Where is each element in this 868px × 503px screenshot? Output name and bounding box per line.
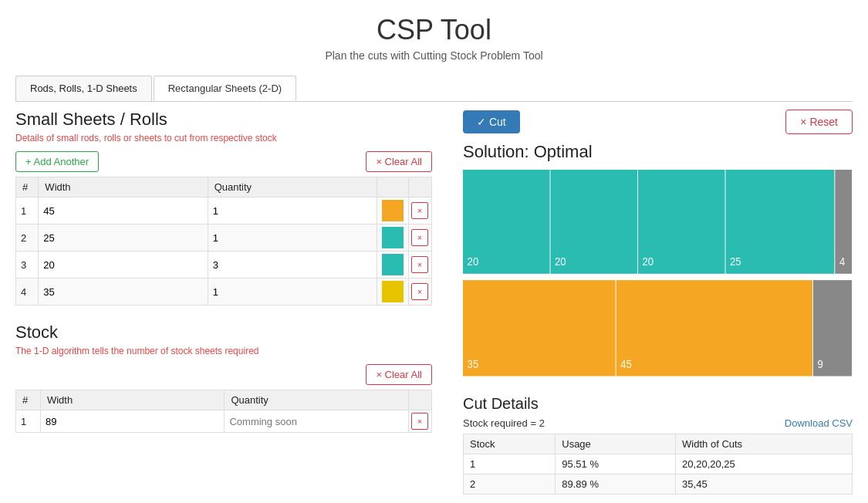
svg-rect-10 [463,280,616,376]
small-sheets-toolbar: + Add Another × Clear All [15,151,432,172]
stock-col-width: Width [40,390,225,410]
row-color [377,197,409,224]
detail-stock: 2 [464,474,556,495]
col-color [377,177,409,197]
table-row: 4 × [16,279,432,306]
download-csv-link[interactable]: Download CSV [785,417,853,429]
tab-bar: Rods, Rolls, 1-D Sheets Rectangular Shee… [15,76,853,102]
details-col-usage: Usage [556,434,676,454]
row-num: 1 [16,197,39,224]
row-width[interactable] [39,252,208,279]
clear-all-button-sheets[interactable]: × Clear All [366,151,432,172]
svg-text:4: 4 [839,255,846,268]
table-row: 3 × [16,252,432,279]
row-width[interactable] [39,197,208,224]
stock-row-width[interactable] [40,410,225,433]
detail-cuts: 35,45 [676,474,853,495]
row-num: 4 [16,279,39,306]
tab-rods[interactable]: Rods, Rolls, 1-D Sheets [15,76,152,101]
svg-text:45: 45 [620,358,632,371]
stock-row-del-cell: × [409,410,432,433]
svg-text:9: 9 [818,358,824,371]
row-color [377,279,409,306]
row-num: 2 [16,224,39,252]
delete-row-button[interactable]: × [411,256,428,273]
row-qty[interactable] [208,279,377,306]
row-color [377,252,409,279]
detail-usage: 89.89 % [556,474,676,495]
row-del-cell: × [409,279,432,306]
chart-svg: 20202025435459 [463,170,853,386]
svg-text:20: 20 [468,255,479,268]
details-col-stock: Stock [464,434,556,454]
cut-toolbar: ✓ Cut × Reset [463,110,853,134]
table-row: 1 × [16,197,432,224]
col-qty: Quantity [208,177,377,197]
row-num: 3 [16,252,39,279]
detail-cuts: 20,20,20,25 [676,454,853,474]
svg-text:20: 20 [643,255,654,268]
svg-rect-12 [616,280,812,376]
row-del-cell: × [409,224,432,252]
stock-req-label: Stock required = 2 [463,417,545,429]
svg-text:20: 20 [555,255,566,268]
col-del [409,177,432,197]
chart-container: 20202025435459 [463,170,853,386]
detail-usage: 95.51 % [556,454,676,474]
small-sheets-table: # Width Quantity 1 × 2 × 3 [15,177,432,306]
clear-all-button-stock[interactable]: × Clear All [366,364,432,385]
row-width[interactable] [39,279,208,306]
delete-row-button[interactable]: × [411,202,428,219]
col-width: Width [39,177,208,197]
main-content: Small Sheets / Rolls Details of small ro… [0,102,868,502]
stock-col-del [409,390,432,410]
svg-text:25: 25 [730,255,741,268]
list-item: 1 95.51 % 20,20,20,25 [464,454,853,474]
row-width[interactable] [39,224,208,252]
stock-toolbar: × Clear All [15,364,432,385]
page-title: CSP Tool [0,14,868,46]
stock-col-num: # [16,390,41,410]
stock-table: # Width Quantity 1 × [15,390,432,433]
row-qty[interactable] [208,197,377,224]
delete-row-button[interactable]: × [411,229,428,246]
list-item: 2 89.89 % 35,45 [464,474,853,495]
add-another-button[interactable]: + Add Another [15,151,99,172]
stock-section: Stock The 1-D algorithm tells the number… [15,322,432,433]
svg-rect-6 [725,170,834,274]
stock-title: Stock [15,322,432,343]
delete-row-button[interactable]: × [411,283,428,300]
row-color [377,224,409,252]
details-col-cuts: Width of Cuts [676,434,853,454]
row-qty[interactable] [208,224,377,252]
small-sheets-section: Small Sheets / Rolls Details of small ro… [15,110,432,306]
solution-title: Solution: Optimal [463,142,853,162]
page-header: CSP Tool Plan the cuts with Cutting Stoc… [0,0,868,68]
left-panel: Small Sheets / Rolls Details of small ro… [8,102,440,502]
col-num: # [16,177,39,197]
stock-col-qty: Quantity [225,390,409,410]
detail-stock: 1 [464,454,556,474]
table-row: 1 × [16,410,432,433]
cut-details-title: Cut Details [463,395,853,413]
reset-button[interactable]: × Reset [785,110,853,134]
small-sheets-title: Small Sheets / Rolls [15,110,432,130]
row-del-cell: × [409,252,432,279]
cut-button[interactable]: ✓ Cut [463,110,520,133]
tab-rect[interactable]: Rectangular Sheets (2-D) [154,76,296,101]
small-sheets-desc: Details of small rods, rolls or sheets t… [15,133,432,143]
svg-text:35: 35 [468,358,479,371]
details-table: Stock Usage Width of Cuts 1 95.51 % 20,2… [463,434,853,495]
row-qty[interactable] [208,252,377,279]
stock-row-qty[interactable] [225,410,409,433]
stock-req-row: Stock required = 2 Download CSV [463,417,853,429]
table-row: 2 × [16,224,432,252]
stock-desc: The 1-D algorithm tells the number of st… [15,346,432,356]
delete-stock-row-button[interactable]: × [411,413,428,430]
page-subtitle: Plan the cuts with Cutting Stock Problem… [0,49,868,62]
row-del-cell: × [409,197,432,224]
stock-row-num: 1 [16,410,41,433]
right-panel: ✓ Cut × Reset Solution: Optimal 20202025… [455,102,860,502]
